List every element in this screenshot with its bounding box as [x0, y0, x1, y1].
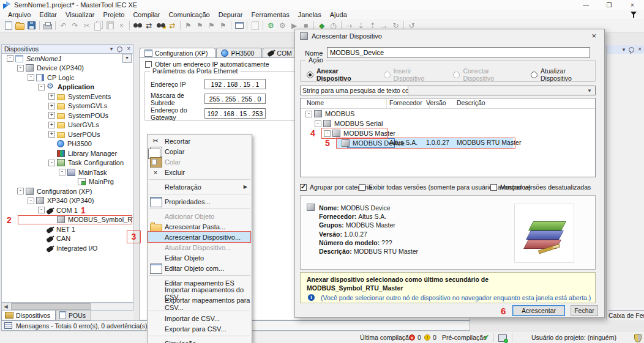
- expander-icon[interactable]: +: [48, 103, 55, 109]
- tree-item-maintask[interactable]: -MainTask: [2, 168, 133, 177]
- tab-configuration-xp[interactable]: Configuration (XP): [140, 48, 215, 58]
- tree-item-net-1[interactable]: -NET 1: [2, 224, 133, 234]
- print-button[interactable]: [42, 20, 53, 31]
- auto-ip-checkbox[interactable]: [145, 61, 152, 68]
- checkbox-icon[interactable]: [300, 184, 307, 191]
- expander-icon[interactable]: -: [17, 188, 24, 194]
- tree-item-systemgvls[interactable]: +SystemGVLs: [2, 101, 133, 111]
- toolbox-pin-icon[interactable]: [629, 47, 634, 53]
- toolbox-menu-icon[interactable]: ▾: [623, 47, 626, 53]
- device-name-input[interactable]: [327, 47, 590, 58]
- scrollbar-thumb[interactable]: [11, 303, 91, 310]
- find-button[interactable]: [132, 20, 143, 31]
- copy-button[interactable]: [92, 20, 104, 31]
- menu-item-acrescentar-dispositivo[interactable]: Acrescentar Dispositivo...3: [148, 232, 252, 242]
- expander-icon[interactable]: +: [48, 131, 55, 138]
- radio-icon[interactable]: [531, 72, 537, 78]
- tree-item-application[interactable]: -Application: [2, 83, 133, 92]
- catalog-item-modbus[interactable]: -MODBUS: [301, 109, 595, 119]
- menu-ajuda[interactable]: Ajuda: [326, 11, 351, 18]
- tree-item-userpous[interactable]: +UserPOUs: [2, 130, 133, 139]
- expander-icon[interactable]: -: [59, 169, 66, 175]
- undo-button[interactable]: ↶: [58, 20, 69, 31]
- menu-item-recortar[interactable]: ✂Recortar: [148, 136, 252, 146]
- menu-item-exportar-mapeamentos-para-csv[interactable]: Exportar mapeamentos para CSV...: [148, 298, 252, 309]
- replace-button[interactable]: ⇄: [143, 20, 155, 31]
- menu-depurar[interactable]: Depurar: [214, 11, 247, 18]
- expander-icon[interactable]: +: [48, 93, 55, 100]
- open-project-button[interactable]: [14, 20, 26, 31]
- expander-icon[interactable]: -: [48, 160, 55, 166]
- menu-ferramentas[interactable]: Ferramentas: [247, 11, 293, 18]
- search-input[interactable]: String para uma pesquisa de texto comple…: [301, 86, 408, 95]
- tab-ph3500[interactable]: PH3500: [216, 48, 262, 58]
- menu-comunica-o[interactable]: Comunicação: [164, 11, 214, 18]
- build-button[interactable]: [233, 20, 245, 31]
- toggle-bookmark-button[interactable]: ⚑: [182, 20, 194, 31]
- expander-icon[interactable]: -: [7, 55, 13, 62]
- menu-item-editar-objeto[interactable]: Editar Objeto: [148, 253, 252, 263]
- column-header-fornecedor[interactable]: Fornecedor: [389, 99, 422, 106]
- toolbox-close-icon[interactable]: ×: [638, 46, 642, 53]
- expander-icon[interactable]: -: [28, 197, 34, 204]
- delete-button[interactable]: ×: [116, 20, 127, 31]
- previous-bookmark-button[interactable]: ⚑: [194, 20, 206, 31]
- expander-icon[interactable]: -: [17, 65, 24, 72]
- tree-item-xp340-xp340[interactable]: -XP340 (XP340): [2, 196, 133, 206]
- minimize-button[interactable]: —: [574, 2, 597, 9]
- filter-icon[interactable]: [630, 10, 638, 18]
- tree-item-com-1[interactable]: -COM 11: [2, 205, 133, 215]
- chevron-down-icon[interactable]: ▼: [587, 88, 592, 94]
- m-scara-de-subrede-input[interactable]: [204, 94, 266, 104]
- tree-item-integrated-i-o[interactable]: -Integrated I/O: [2, 243, 133, 253]
- restore-button[interactable]: ❐: [597, 2, 621, 9]
- tab-pous[interactable]: POUs: [56, 311, 91, 320]
- tree-item-library-manager[interactable]: -Library Manager: [2, 149, 133, 158]
- device-search-combo[interactable]: String para uma pesquisa de texto comple…: [300, 86, 596, 95]
- paste-button[interactable]: [104, 20, 116, 31]
- menu-arquivo[interactable]: Arquivo: [4, 11, 35, 18]
- tree-item-cp-logic[interactable]: -CP Logic: [2, 73, 133, 83]
- menu-item-importar-de-csv[interactable]: Importar de CSV...: [148, 313, 252, 323]
- tab-dispositivos[interactable]: Dispositivos: [1, 311, 56, 320]
- tree-item-device-xp340[interactable]: -Device (XP340): [2, 64, 133, 73]
- radio-atualizar-dispositivo[interactable]: Atualizar Dispositivo: [531, 67, 595, 82]
- menu-projeto[interactable]: Projeto: [99, 11, 129, 18]
- menu-item-editar-objeto-com[interactable]: Editar Objeto com...: [148, 263, 252, 273]
- dialog-close-icon[interactable]: ×: [591, 32, 596, 40]
- replace-in-project-button[interactable]: ⇄: [167, 20, 178, 31]
- tree-item-modbus-symbol-rtu-mas[interactable]: 2-MODBUS_Symbol_RTU_Mas: [2, 215, 133, 225]
- save-button[interactable]: [26, 20, 37, 31]
- expander-icon[interactable]: -: [305, 111, 312, 117]
- radio-icon[interactable]: [307, 72, 313, 78]
- catalog-item-modbus-serial[interactable]: -MODBUS Serial: [301, 119, 595, 128]
- redo-button[interactable]: ↷: [69, 20, 81, 31]
- endere-o-do-gateway-input[interactable]: [204, 108, 266, 119]
- column-header-nome[interactable]: Nome: [307, 99, 324, 106]
- close-button[interactable]: ×: [621, 2, 644, 9]
- tree-item-mainprg[interactable]: -MainPrg: [2, 177, 133, 187]
- find-in-project-button[interactable]: [155, 20, 167, 31]
- tree-item-configuration-xp[interactable]: -Configuration (XP): [2, 186, 133, 196]
- menu-item-simula-o[interactable]: Simulação: [148, 338, 252, 343]
- login-button[interactable]: ⚙: [265, 20, 277, 31]
- expander-icon[interactable]: +: [48, 122, 55, 128]
- catalog-item-modbus-device[interactable]: 5-MODBUS DeviceAltus S.A.1.0.0.27MODBUS …: [301, 138, 595, 148]
- column-header-descri-o[interactable]: Descrição: [457, 99, 485, 106]
- tree-item-systempous[interactable]: +SystemPOUs: [2, 111, 133, 120]
- menu-item-exportar-para-csv[interactable]: Exportar para CSV...: [148, 323, 252, 334]
- expander-icon[interactable]: +: [48, 112, 55, 119]
- checkbox-icon[interactable]: [490, 184, 497, 191]
- checkbox-mostrar-vers-es-desatualizadas[interactable]: Mostrar versões desatualizadas: [490, 183, 591, 191]
- menu-janelas[interactable]: Janelas: [294, 11, 326, 18]
- tree-root-dropdown-icon[interactable]: ▾: [122, 54, 132, 63]
- acrescentar-button[interactable]: Acrescentar: [512, 305, 565, 316]
- menu-item-refatora-o[interactable]: Refatoração▶: [148, 182, 252, 192]
- fechar-button[interactable]: Fechar: [571, 305, 598, 316]
- scroll-left-icon[interactable]: ◀: [2, 303, 10, 310]
- endere-o-ip-input[interactable]: [204, 79, 266, 89]
- cut-button[interactable]: ✂: [81, 20, 92, 31]
- expander-icon[interactable]: -: [315, 120, 321, 127]
- tree-item-ph3500[interactable]: -PH3500: [2, 139, 133, 149]
- checkbox-icon[interactable]: [359, 184, 365, 191]
